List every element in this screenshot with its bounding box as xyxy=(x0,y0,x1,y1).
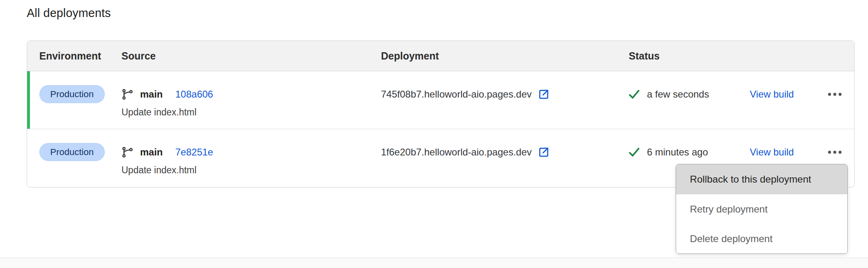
page-title: All deployments xyxy=(27,6,111,20)
menu-item-delete[interactable]: Delete deployment xyxy=(676,224,847,253)
external-link-icon[interactable] xyxy=(538,88,550,100)
branch-name: main xyxy=(140,89,163,100)
column-header-environment: Environment xyxy=(39,41,101,71)
column-header-status: Status xyxy=(629,41,660,71)
git-branch-icon xyxy=(121,88,134,100)
deployment-cell: 745f08b7.helloworld-aio.pages.dev xyxy=(381,85,550,103)
commit-message: Update index.html xyxy=(121,107,196,118)
deployments-page: All deployments Environment Source Deplo… xyxy=(0,0,868,268)
page-bottom-divider xyxy=(0,257,868,268)
commit-link[interactable]: 7e8251e xyxy=(175,147,213,158)
row-actions-menu-button[interactable] xyxy=(823,85,847,103)
table-header-row: Environment Source Deployment Status xyxy=(27,41,854,71)
deployment-url: 1f6e20b7.helloworld-aio.pages.dev xyxy=(381,147,532,158)
view-build-link[interactable]: View build xyxy=(750,143,794,161)
column-header-deployment: Deployment xyxy=(381,41,439,71)
git-branch-icon xyxy=(121,146,134,158)
ellipsis-icon xyxy=(828,151,842,154)
column-header-source: Source xyxy=(121,41,156,71)
external-link-icon[interactable] xyxy=(538,146,550,158)
commit-message: Update index.html xyxy=(121,165,196,176)
row-actions-menu-button[interactable] xyxy=(823,143,847,161)
commit-link[interactable]: 108a606 xyxy=(175,89,213,100)
ellipsis-icon xyxy=(828,93,842,96)
success-check-icon xyxy=(628,146,640,158)
environment-badge: Production xyxy=(39,85,105,103)
deployment-actions-menu: Rollback to this deployment Retry deploy… xyxy=(676,164,848,254)
status-cell: a few seconds xyxy=(628,85,709,103)
source-cell: main 7e8251e xyxy=(121,143,213,161)
branch-name: main xyxy=(140,147,163,158)
menu-item-retry[interactable]: Retry deployment xyxy=(676,194,847,224)
environment-badge: Production xyxy=(39,143,105,161)
current-deployment-indicator xyxy=(27,71,30,129)
deployment-time: a few seconds xyxy=(647,89,709,100)
deployment-row-1: Production main 108a606 Update index.htm… xyxy=(27,71,854,129)
view-build-link[interactable]: View build xyxy=(750,85,794,103)
menu-item-rollback[interactable]: Rollback to this deployment xyxy=(676,164,847,194)
deployment-time: 6 minutes ago xyxy=(647,147,708,158)
deployment-url: 745f08b7.helloworld-aio.pages.dev xyxy=(381,89,532,100)
status-cell: 6 minutes ago xyxy=(628,143,708,161)
success-check-icon xyxy=(628,88,640,100)
deployment-cell: 1f6e20b7.helloworld-aio.pages.dev xyxy=(381,143,550,161)
source-cell: main 108a606 xyxy=(121,85,213,103)
